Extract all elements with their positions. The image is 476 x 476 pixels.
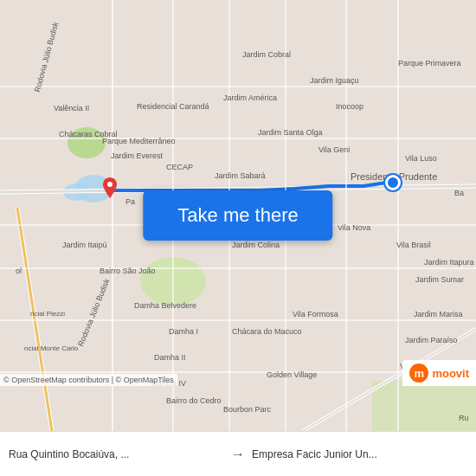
svg-rect-2 — [372, 381, 476, 431]
destination-pin — [385, 175, 401, 190]
svg-point-3 — [68, 127, 106, 158]
bottom-bar: Rua Quintino Bocaiúva, ... → Empresa Fac… — [0, 431, 476, 476]
take-me-there-button[interactable]: Take me there — [143, 190, 332, 241]
route-to-label: Empresa Facic Junior Un... — [252, 448, 467, 460]
moovit-text: moovit — [432, 367, 469, 380]
origin-pin — [103, 177, 117, 202]
svg-point-24 — [107, 182, 113, 187]
osm-attribution: © OpenStreetMap contributors | © OpenMap… — [0, 374, 177, 386]
moovit-icon: m — [409, 363, 428, 383]
route-arrow-icon: → — [231, 447, 245, 462]
moovit-logo: m moovit — [402, 360, 476, 386]
app: Rodovia Júlio BudiskValência IIChácaras … — [0, 0, 476, 476]
map-container: Rodovia Júlio BudiskValência IIChácaras … — [0, 0, 476, 431]
route-from-label: Rua Quintino Bocaiúva, ... — [9, 448, 224, 460]
